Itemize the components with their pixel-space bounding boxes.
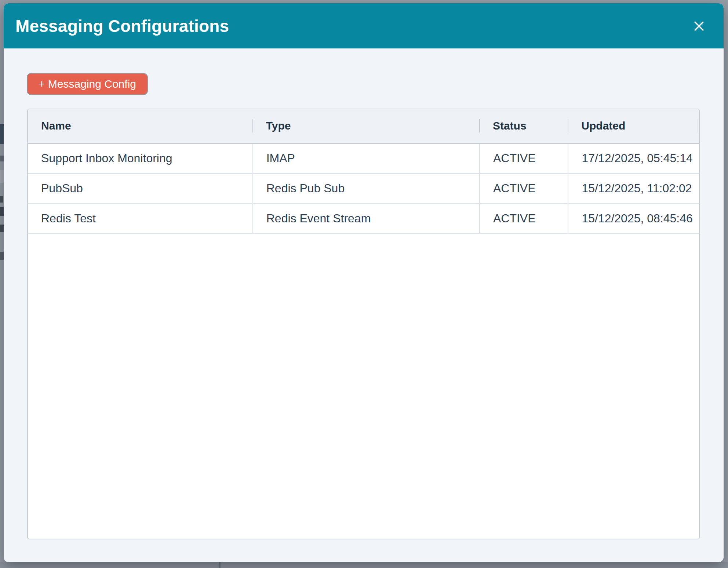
table-row[interactable]: Support Inbox MonitoringIMAPACTIVE17/12/… [28,143,699,173]
name-cell: Support Inbox Monitoring [28,143,253,173]
modal-header: Messaging Configurations [4,3,724,48]
type-cell: IMAP [253,143,480,173]
configs-table-body: Support Inbox MonitoringIMAPACTIVE17/12/… [28,143,699,233]
table-row[interactable]: Redis TestRedis Event StreamACTIVE15/12/… [28,203,699,233]
backdrop-fragment [219,562,221,568]
column-header-type: Type [253,109,480,143]
column-header-status: Status [480,109,568,143]
column-header-updated: Updated [568,109,699,143]
status-cell: ACTIVE [480,143,568,173]
backdrop-fragment [0,562,728,568]
name-cell: PubSub [28,173,253,203]
status-cell: ACTIVE [480,203,568,233]
updated-cell: 15/12/2025, 08:45:46 [568,203,699,233]
configs-table: Name Type Status Updated Support Inbox M… [28,109,699,234]
add-messaging-config-button[interactable]: + Messaging Config [27,73,148,95]
status-cell: ACTIVE [480,173,568,203]
backdrop-fragment [0,156,4,161]
modal-title: Messaging Configurations [15,16,229,36]
backdrop-fragment [0,252,4,260]
close-button[interactable] [690,17,708,35]
name-cell: Redis Test [28,203,253,233]
updated-cell: 17/12/2025, 05:45:14 [568,143,699,173]
type-cell: Redis Event Stream [253,203,480,233]
backdrop-fragment [0,196,3,203]
configs-table-header: Name Type Status Updated [28,109,699,143]
modal-body: + Messaging Config Name Type Status Upda… [4,48,724,562]
updated-cell: 15/12/2025, 11:02:02 [568,173,699,203]
close-icon [693,20,705,32]
type-cell: Redis Pub Sub [253,173,480,203]
table-row[interactable]: PubSubRedis Pub SubACTIVE15/12/2025, 11:… [28,173,699,203]
configs-table-panel: Name Type Status Updated Support Inbox M… [27,109,700,539]
messaging-configurations-modal: Messaging Configurations + Messaging Con… [4,3,724,562]
column-header-name: Name [28,109,253,143]
